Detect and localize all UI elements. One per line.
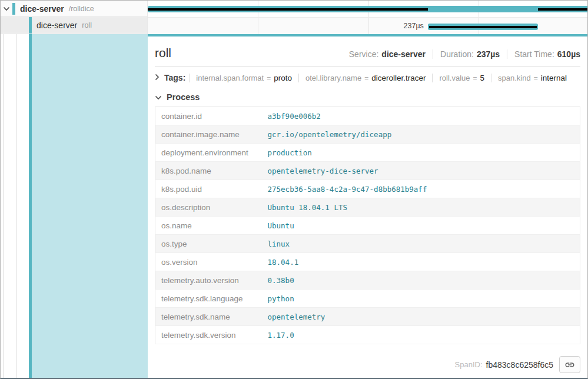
span-detail-header: roll Service:dice-server Duration:237µs … — [155, 36, 580, 67]
indent-guide — [3, 34, 4, 378]
meta-start-time: Start Time:610µs — [507, 49, 580, 59]
table-row: container.ida3bf90e006b2 — [155, 107, 580, 125]
process-kv-table: container.ida3bf90e006b2 container.image… — [155, 107, 580, 344]
table-row: deployment.environmentproduction — [155, 144, 580, 162]
kv-value: Ubuntu — [262, 217, 580, 235]
tag-equals: = — [267, 74, 271, 82]
kv-value: 18.04.1 — [262, 253, 580, 271]
span-name-column: dice-server /rolldice dice-server roll — [1, 1, 148, 34]
span-duration-label: 237µs — [148, 22, 424, 30]
tag-equals: = — [534, 74, 538, 82]
kv-value: production — [262, 144, 580, 162]
span-row-roll[interactable]: dice-server roll — [1, 17, 147, 34]
tag-key: span.kind — [498, 74, 531, 82]
span-row-rolldice[interactable]: dice-server /rolldice — [1, 1, 147, 17]
service-name: dice-server — [20, 4, 64, 14]
tag-value: proto — [274, 74, 292, 82]
span-detail-card: roll Service:dice-server Duration:237µs … — [148, 34, 587, 378]
tag-key: roll.value — [439, 74, 470, 82]
meta-duration: Duration:237µs — [433, 49, 507, 59]
kv-value: 1.17.0 — [262, 326, 580, 344]
meta-value: 610µs — [557, 49, 580, 59]
trace-detail-window: dice-server /rolldice dice-server roll 2… — [0, 0, 588, 379]
service-color-bar — [12, 3, 15, 15]
tag-summary-item: internal.span.format = proto — [189, 74, 298, 82]
table-row: telemetry.sdk.languagepython — [155, 290, 580, 308]
span-detail-footer: SpanID: fb483c8c6258f6c5 — [155, 351, 580, 378]
span-meta: Service:dice-server Duration:237µs Start… — [342, 49, 580, 59]
kv-value: 275ecb36-5aa8-4c2a-9c47-d8bb681b9aff — [262, 180, 580, 198]
meta-value: 237µs — [477, 49, 500, 59]
copy-link-button[interactable] — [559, 356, 580, 373]
span-timeline: 237µs — [148, 1, 588, 34]
tag-value: 5 — [480, 74, 485, 82]
process-accordion-toggle[interactable]: Process — [155, 87, 580, 107]
kv-value: linux — [262, 235, 580, 253]
table-row: os.typelinux — [155, 235, 580, 253]
indent-guide — [16, 34, 17, 378]
tag-summary-item: otel.library.name = diceroller.tracer — [298, 74, 432, 82]
kv-value: 0.38b0 — [262, 271, 580, 290]
kv-key: telemetry.sdk.name — [155, 308, 262, 326]
tag-summary-item: span.kind = internal — [491, 74, 573, 82]
kv-key: os.name — [155, 217, 262, 235]
meta-value: dice-server — [381, 49, 426, 59]
meta-service: Service:dice-server — [342, 49, 433, 59]
kv-key: os.type — [155, 235, 262, 253]
tag-value: diceroller.tracer — [371, 74, 426, 82]
tag-key: otel.library.name — [305, 74, 361, 82]
kv-key: telemetry.auto.version — [155, 271, 262, 290]
meta-label: Start Time: — [514, 49, 554, 59]
service-name: dice-server — [36, 21, 77, 30]
meta-label: Duration: — [440, 49, 474, 59]
kv-key: container.id — [155, 107, 262, 125]
table-row: os.nameUbuntu — [155, 217, 580, 235]
selected-span-bar[interactable] — [428, 24, 538, 30]
chevron-down-icon[interactable] — [1, 6, 12, 11]
selected-span-left-gutter — [1, 34, 148, 378]
table-row: k8s.pod.uid275ecb36-5aa8-4c2a-9c47-d8bb6… — [155, 180, 580, 198]
kv-value: Ubuntu 18.04.1 LTS — [262, 198, 580, 217]
critical-path-segment — [429, 26, 537, 28]
kv-key: telemetry.sdk.language — [155, 290, 262, 308]
parent-span-bar[interactable] — [148, 6, 588, 12]
selected-span-highlight — [32, 34, 148, 378]
kv-value: opentelemetry-dice-server — [262, 162, 580, 180]
tag-equals: = — [364, 74, 368, 82]
span-operation-title: roll — [155, 46, 171, 60]
operation-name: /rolldice — [69, 5, 94, 13]
tag-equals: = — [473, 74, 477, 82]
critical-path-segment — [538, 8, 588, 11]
table-row: telemetry.auto.version0.38b0 — [155, 271, 580, 290]
table-row: os.descriptionUbuntu 18.04.1 LTS — [155, 198, 580, 217]
kv-value: gcr.io/opentelemetry/diceapp — [262, 125, 580, 144]
link-icon — [564, 360, 575, 370]
table-row: k8s.pod.nameopentelemetry-dice-server — [155, 162, 580, 180]
kv-key: deployment.environment — [155, 144, 262, 162]
operation-name: roll — [82, 21, 92, 29]
kv-value: a3bf90e006b2 — [262, 107, 580, 125]
kv-key: k8s.pod.uid — [155, 180, 262, 198]
chevron-down-icon — [155, 92, 162, 102]
kv-key: container.image.name — [155, 125, 262, 144]
kv-value: python — [262, 290, 580, 308]
spanid-label: SpanID: — [455, 360, 483, 369]
kv-key: os.version — [155, 253, 262, 271]
process-section-label: Process — [167, 92, 200, 102]
kv-value: opentelemetry — [262, 308, 580, 326]
tags-section-label: Tags: — [164, 73, 185, 82]
chevron-right-icon — [155, 72, 160, 83]
critical-path-segment — [148, 8, 428, 11]
tags-accordion-toggle[interactable]: Tags: internal.span.format = proto otel.… — [155, 67, 580, 87]
table-row: container.image.namegcr.io/opentelemetry… — [155, 125, 580, 144]
kv-key: os.description — [155, 198, 262, 217]
timeline-row-divider — [148, 17, 588, 18]
table-row: telemetry.sdk.nameopentelemetry — [155, 308, 580, 326]
tag-summary-item: roll.value = 5 — [432, 74, 491, 82]
spanid-value: fb483c8c6258f6c5 — [486, 360, 553, 370]
table-row: telemetry.sdk.version1.17.0 — [155, 326, 580, 344]
tag-key: internal.span.format — [196, 74, 264, 82]
meta-label: Service: — [349, 49, 379, 59]
kv-key: telemetry.sdk.version — [155, 326, 262, 344]
service-color-bar — [29, 17, 32, 34]
